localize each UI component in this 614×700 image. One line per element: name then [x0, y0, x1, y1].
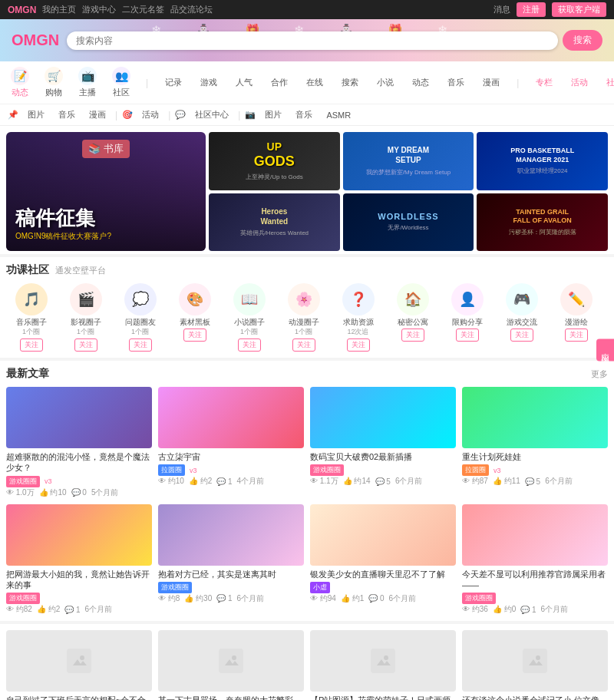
article-tag[interactable]: 游戏圈圈	[6, 593, 40, 604]
nav2-column-manga[interactable]: 漫画	[84, 107, 111, 122]
nav-item-streamer[interactable]: 📺 主播	[75, 65, 100, 100]
article-meta: 小虐	[310, 582, 456, 593]
nav-tag-manga[interactable]: 漫画	[478, 75, 504, 90]
nav-tag-search[interactable]: 搜索	[337, 75, 363, 90]
nav2-social-label[interactable]: 社区中心	[190, 107, 233, 122]
channel-follow-btn[interactable]: 关注	[510, 329, 533, 342]
article-tag[interactable]: 游戏圈圈	[462, 593, 496, 604]
topbar-link-2[interactable]: 游戏中心	[82, 4, 116, 15]
article-card[interactable]: 【P站图源】花霸的萌妹子！日式画师シロネコパンの插画作品 游戏圈圈 👁 约28 …	[310, 630, 456, 700]
game-card-5[interactable]: TAINTED GRAILFALL OF AVALON 污秽圣杯：阿芙隆的陨落	[477, 193, 608, 252]
article-stats: 👁 1.1万 👍 约14 💬 5 6个月前	[310, 476, 456, 487]
article-tag[interactable]: 游戏圈圈	[310, 464, 344, 476]
article-card[interactable]: 重生计划死娃娃 拉圆圈 v3 👁 约87 👍 约11 💬 5 6个月前	[462, 387, 608, 498]
nav-item-shop[interactable]: 🛒 购物	[41, 65, 66, 100]
article-card[interactable]: 超难驱散的的混沌小怪，竟然是个魔法少女？ 游戏圈圈 v3 👁 1.0万 👍 约1…	[6, 387, 152, 498]
channel-follow-btn[interactable]: 关注	[183, 329, 206, 342]
stat-comments: 💬 1	[216, 594, 232, 603]
channel-follow-btn[interactable]: 关注	[347, 338, 370, 352]
article-title: 数码宝贝大破费02最新插播	[310, 451, 456, 462]
article-title: 某一下古早骂场，奈奈腿的大花繁彩，花片好艺么你	[158, 695, 304, 700]
nav-tag-collab[interactable]: 合作	[266, 75, 292, 90]
channel-item-8[interactable]: 👤 限购分享 关注	[442, 283, 492, 352]
article-tag[interactable]: 游戏圈圈	[6, 476, 40, 487]
article-card[interactable]: 数码宝贝大破费02最新插播 游戏圈圈 👁 1.1万 👍 约14 💬 5 6个月前	[310, 387, 456, 498]
article-thumb	[6, 630, 152, 692]
svg-rect-2	[219, 649, 243, 673]
channel-follow-btn[interactable]: 关注	[456, 329, 479, 342]
articles-grid-2: 自己到过了下班后无言的相配~会不合适嘛 拉圆圈 👁 约10 👍 约10 💬 0 …	[6, 630, 608, 700]
svg-point-1	[80, 655, 84, 660]
articles-more[interactable]: 更多	[591, 368, 608, 380]
channel-item-4[interactable]: 📖 小说圈子 1个圈 关注	[224, 283, 274, 352]
article-card[interactable]: 银发美少女的直播聊天里忍不了了解 小虐 👁 约94 👍 约1 💬 0 6个月前	[310, 504, 456, 616]
game-card-0[interactable]: UPGODS 上至神灵/Up to Gods	[209, 132, 340, 190]
channel-follow-btn[interactable]: 关注	[292, 338, 315, 352]
game-card-1[interactable]: MY DREAMSETUP 我的梦想新室/My Dream Setup	[343, 132, 474, 190]
nav-tag-game[interactable]: 游戏	[196, 75, 222, 90]
article-card[interactable]: 今天差不显可以利用推荐官蹄属采用者—— 游戏圈圈 👁 约36 👍 约0 💬 1 …	[462, 504, 608, 616]
article-card[interactable]: 抱着对方已经，其实是迷离其时 游戏圈圈 👁 约8 👍 约30 💬 1 6个月前	[158, 504, 304, 616]
nav2-activity-icon: 🎯	[122, 110, 133, 120]
search-input[interactable]	[67, 31, 558, 50]
channel-item-3[interactable]: 🎨 素材黑板 关注	[170, 283, 220, 352]
nav-tag-activity[interactable]: 活动	[566, 75, 593, 90]
banner-area: 稿件征集 OMG!N9稿件征收大赛落户? 📚 书库 UPGODS 上至神灵/Up…	[0, 126, 614, 254]
nav-tag-novel[interactable]: 小说	[372, 75, 398, 90]
article-card[interactable]: 某一下古早骂场，奈奈腿的大花繁彩，花片好艺么你 下载 👁 约25 👍 约0 💬 …	[158, 630, 304, 700]
nav-tag-online[interactable]: 在线	[302, 75, 328, 90]
article-tag[interactable]: 游戏圈圈	[158, 582, 192, 593]
article-thumb	[310, 504, 456, 566]
article-title: 【P站图源】花霸的萌妹子！日式画师シロネコパンの插画作品	[310, 695, 456, 700]
channel-follow-btn[interactable]: 关注	[129, 338, 152, 352]
channel-item-10[interactable]: ✏️ 漫游绘 关注	[551, 283, 601, 352]
channel-item-0[interactable]: 🎵 音乐圈子 1个圈 关注	[6, 283, 56, 352]
nav-tag-record[interactable]: 记录	[160, 75, 187, 90]
nav-tag-popular[interactable]: 人气	[231, 75, 257, 90]
article-tag[interactable]: 拉圆圈	[462, 464, 489, 476]
nav2-music-label[interactable]: 音乐	[291, 107, 317, 122]
nav2-column-pic[interactable]: 图片	[23, 107, 49, 122]
nav-item-updates[interactable]: 📝 动态	[8, 65, 32, 100]
nav2-photo-label[interactable]: 图片	[260, 107, 286, 122]
channel-item-7[interactable]: 🏠 秘密公寓 关注	[388, 283, 437, 352]
app-download-btn[interactable]: 获取客户端	[552, 2, 606, 17]
game-card-3[interactable]: HeroesWanted 英雄佣兵/Heroes Wanted	[209, 193, 340, 252]
nav2-column-music[interactable]: 音乐	[54, 107, 80, 122]
main-banner[interactable]: 稿件征集 OMG!N9稿件征收大赛落户? 📚 书库	[6, 132, 206, 251]
game-card-2[interactable]: PRO BASKETBALLMANAGER 2021 职业篮球经理2024	[477, 132, 608, 190]
article-card[interactable]: 把网游最大小姐的我，竟然让她告诉开来的事 游戏圈圈 👁 约82 👍 约2 💬 1…	[6, 504, 152, 616]
channel-follow-btn[interactable]: 关注	[238, 338, 261, 352]
topbar-link-3[interactable]: 二次元名签	[122, 4, 164, 15]
register-btn[interactable]: 注册	[517, 2, 546, 17]
channel-follow-btn[interactable]: 关注	[74, 338, 97, 352]
channel-icon: ✏️	[560, 283, 593, 315]
article-card[interactable]: 还有谈这个小说番会试记了小 位文像帮 游戏圈圈 👁 约34 👍 约0 💬 4 6…	[462, 630, 608, 700]
topbar-link-4[interactable]: 品交流论坛	[170, 4, 213, 15]
topbar-link-1[interactable]: 我的主页	[42, 4, 76, 15]
nav-tag-updates[interactable]: 动态	[408, 75, 434, 90]
article-card[interactable]: 自己到过了下班后无言的相配~会不合适嘛 拉圆圈 👁 约10 👍 约10 💬 0 …	[6, 630, 152, 700]
game-card-4[interactable]: WORLDLESS 无界/Worldless	[343, 193, 474, 252]
channel-follow-btn[interactable]: 关注	[20, 338, 43, 352]
channel-follow-btn[interactable]: 关注	[565, 329, 588, 342]
channel-item-1[interactable]: 🎬 影视圈子 1个圈 关注	[61, 283, 111, 352]
message-link[interactable]: 消息	[494, 4, 510, 15]
article-tag[interactable]: 拉圆圈	[158, 464, 185, 476]
nav2-asmr-label[interactable]: ASMR	[322, 109, 355, 121]
nav-item-community[interactable]: 👥 社区	[109, 65, 134, 100]
channel-follow-btn[interactable]: 关注	[401, 329, 424, 342]
channel-item-5[interactable]: 🌸 动漫圈子 1个圈 关注	[279, 283, 328, 352]
channel-item-6[interactable]: ❓ 求助资源 12次追 关注	[333, 283, 383, 352]
channel-item-2[interactable]: 💭 问题圈友 1个圈 关注	[115, 283, 165, 352]
article-title: 银发美少女的直播聊天里忍不了了解	[310, 569, 456, 579]
channel-item-9[interactable]: 🎮 游戏交流 关注	[497, 283, 546, 352]
nav2-activity-label[interactable]: 活动	[137, 107, 163, 122]
sidebar-detail-btn[interactable]: 应 用 详 情	[596, 338, 614, 361]
nav-tag-music[interactable]: 音乐	[443, 75, 469, 90]
article-card[interactable]: 古立柒宇宙 拉圆圈 v3 👁 约10 👍 约2 💬 1 4个月前	[158, 387, 304, 498]
search-button[interactable]: 搜索	[563, 30, 602, 51]
article-tag[interactable]: 小虐	[310, 582, 330, 593]
nav-tag-community-center[interactable]: 社区中心	[602, 75, 614, 90]
nav-tag-column[interactable]: 专栏	[531, 75, 557, 90]
